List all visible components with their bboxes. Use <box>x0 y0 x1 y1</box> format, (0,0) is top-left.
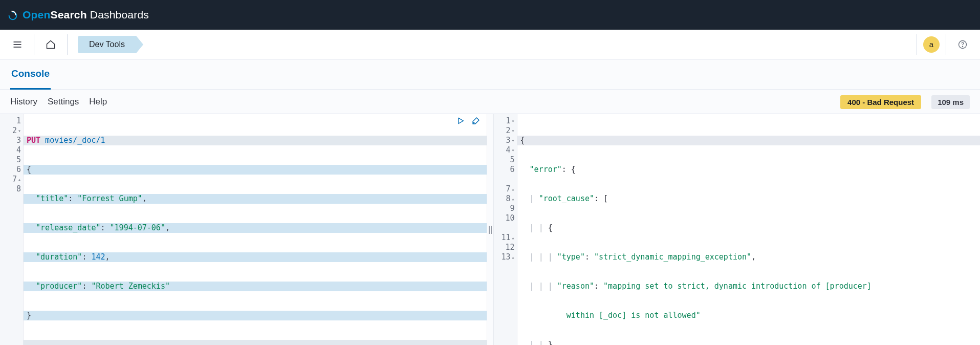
svg-marker-5 <box>459 118 463 124</box>
navbar: Dev Tools a <box>0 30 980 59</box>
svg-point-4 <box>962 46 963 47</box>
divider <box>67 34 68 55</box>
menu-toggle-button[interactable] <box>7 34 28 55</box>
history-link[interactable]: History <box>10 97 37 107</box>
request-gutter: 1 2▾ 3 4 5 6 7▴ 8 <box>0 114 24 345</box>
svg-point-6 <box>473 122 474 123</box>
settings-link[interactable]: Settings <box>48 97 79 107</box>
fold-icon[interactable]: ▴ <box>18 175 21 184</box>
home-button[interactable] <box>40 34 61 55</box>
tab-console[interactable]: Console <box>10 59 51 90</box>
dev-tools-tabs: Console <box>0 59 980 90</box>
tab-label: Console <box>11 68 50 79</box>
request-options-button[interactable] <box>471 116 481 125</box>
avatar-initial: a <box>929 40 933 49</box>
help-button[interactable] <box>952 34 973 55</box>
console-editors: 1 2▾ 3 4 5 6 7▴ 8 PUT movies/_doc/1 { "t… <box>0 114 980 345</box>
help-link[interactable]: Help <box>89 97 107 107</box>
request-code[interactable]: PUT movies/_doc/1 { "title": "Forrest Gu… <box>24 114 487 345</box>
pane-resize-handle[interactable] <box>487 114 494 345</box>
breadcrumb-label: Dev Tools <box>89 40 125 49</box>
response-code: { "error": { | "root_cause": [ | | { | |… <box>517 114 981 345</box>
response-viewer[interactable]: 1▾ 2▾ 3▾ 4▾ 5 6 7▴ 8▴ 9 10 11▴ 12 13▴ { … <box>494 114 981 345</box>
brand-text: OpenSearch Dashboards <box>23 9 149 21</box>
request-editor[interactable]: 1 2▾ 3 4 5 6 7▴ 8 PUT movies/_doc/1 { "t… <box>0 114 487 345</box>
breadcrumb-current[interactable]: Dev Tools <box>78 36 136 53</box>
user-avatar[interactable]: a <box>923 36 940 53</box>
divider <box>917 34 917 55</box>
console-toolbar: History Settings Help 400 - Bad Request … <box>0 90 980 114</box>
response-status-badge: 400 - Bad Request <box>840 95 921 109</box>
response-gutter: 1▾ 2▾ 3▾ 4▾ 5 6 7▴ 8▴ 9 10 11▴ 12 13▴ <box>494 114 517 345</box>
send-request-button[interactable] <box>456 116 465 125</box>
response-latency-badge: 109 ms <box>931 95 970 109</box>
divider <box>946 34 946 55</box>
opensearch-logo-icon <box>7 9 18 20</box>
fold-icon[interactable]: ▾ <box>18 126 21 136</box>
brand-logo[interactable]: OpenSearch Dashboards <box>7 9 149 21</box>
app-header: OpenSearch Dashboards <box>0 0 980 30</box>
divider <box>34 34 34 55</box>
